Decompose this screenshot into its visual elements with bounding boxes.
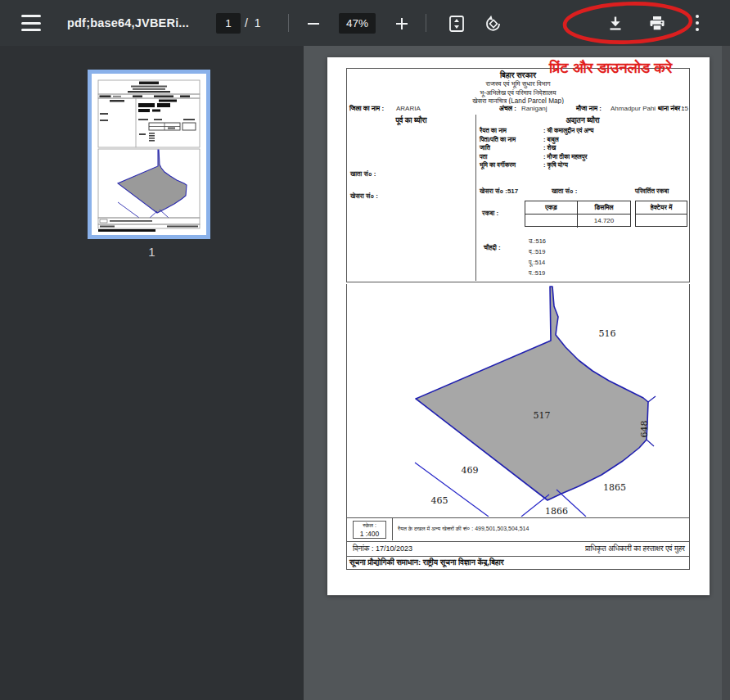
other-khesra-note: रैयत के दखल में अन्य खेसरों की सं० : 499… <box>398 526 529 532</box>
rotate-counterclockwise-icon <box>484 14 503 34</box>
document-viewport: प्रिंट और डाउनलोड करे बिहार सरकार राजस्व… <box>304 46 722 700</box>
previous-details-title: पूर्व का ब्यौरा <box>347 116 475 125</box>
minus-icon <box>304 14 323 34</box>
it-solution-footer: सूचना प्रौद्योगिकी समाधान: राष्ट्रीय सूच… <box>346 557 690 570</box>
annotation-print-download-text: प्रिंट और डाउनलोड करे <box>549 59 713 77</box>
area-table: एकड़ डिसमिल 14.720 <box>525 201 631 227</box>
date-value: दिनांक : 17/10/2023 <box>353 544 412 553</box>
mauja-label: मौजा नाम : <box>576 104 602 114</box>
scale-cell: स्केल : 1 :400 <box>353 521 386 539</box>
download-icon <box>606 15 624 33</box>
boundary-tick <box>648 396 656 402</box>
prev-khata-label: खाता सं० : <box>350 170 376 178</box>
current-khesra: खेसरा सं० :517 <box>480 187 518 196</box>
page-thumbnail[interactable] <box>88 70 210 239</box>
rotate-button[interactable] <box>484 14 503 34</box>
doc-dept-line: राजस्व एवं भूमि सुधार विभाग <box>347 80 689 89</box>
boundary-east: पू.:514 <box>529 257 545 268</box>
rakba-label: रकबा : <box>482 210 498 218</box>
raiyat-name-value: : श्री कमालुद्दीन एवं अन्य <box>543 127 593 136</box>
district-label: जिला का नाम : <box>349 104 384 114</box>
pdf-page: बिहार सरकार राजस्व एवं भूमि सुधार विभाग … <box>327 57 710 595</box>
toolbar-divider <box>288 14 289 32</box>
print-button[interactable] <box>647 14 667 34</box>
caste-value: : शेख <box>543 144 556 153</box>
doc-info-row: जिला का नाम : ARARIA अंचल : Raniganj मौज… <box>346 104 690 115</box>
scale-value: 1 :400 <box>354 530 385 538</box>
doc-details-section: पूर्व का ब्यौरा अद्यतन ब्यौरा खाता सं० :… <box>346 115 690 282</box>
column-divider <box>475 115 476 281</box>
scale-divider <box>392 518 393 540</box>
area-header-decimal: डिसमिल <box>578 201 630 215</box>
scale-row: स्केल : 1 :400 रैयत के दखल में अन्य खेसर… <box>346 518 690 542</box>
scale-label: स्केल : <box>354 522 385 529</box>
chauhaddi-label: चौहद्दी : <box>484 244 501 252</box>
land-class-label: भूमि का वर्गीकरण <box>480 161 543 170</box>
parcel-label-516: 516 <box>599 328 616 339</box>
printer-icon <box>648 15 666 33</box>
area-value-decimal: 14.720 <box>578 215 630 228</box>
hamburger-icon <box>21 15 41 17</box>
page-number-input[interactable] <box>216 13 241 34</box>
zoom-level: 47% <box>339 13 376 34</box>
district-value: ARARIA <box>396 104 421 114</box>
boundary-tick <box>647 440 654 446</box>
plus-icon <box>392 14 412 34</box>
menu-button[interactable] <box>20 14 43 32</box>
prev-khesra-label: खेसरा सं० : <box>350 192 378 201</box>
parcel-label-1865: 1865 <box>603 482 626 493</box>
area-header-hectare: हेक्टेयर में <box>636 201 687 215</box>
current-khata-label: खाता सं० : <box>552 187 577 196</box>
document-title: pdf;base64,JVBERi... <box>67 0 189 46</box>
land-class-value: : कृषि योग्य <box>543 161 568 170</box>
toolbar-divider <box>426 14 426 32</box>
download-button[interactable] <box>606 14 625 34</box>
doc-directorate-line: भू-अभिलेख एवं परिमाप निदेशालय <box>347 89 689 98</box>
thumbnail-preview <box>92 74 206 235</box>
anchal-value: Raniganj <box>521 104 548 114</box>
parivartit-rakba-label: परिवर्तित रकबा <box>635 187 669 196</box>
hectare-box: हेक्टेयर में <box>635 201 687 227</box>
parcel-map: 516 517 469 465 1865 1866 648 <box>346 284 690 518</box>
fit-to-page-button[interactable] <box>447 14 466 34</box>
zoom-out-button[interactable] <box>304 14 323 34</box>
thana-value: 15 <box>681 104 688 114</box>
parcel-label-648: 648 <box>639 421 650 438</box>
address-value: : मौजा ठीका महलपुर <box>543 153 588 162</box>
page-count-label: / 1 <box>245 0 263 46</box>
vertical-scrollbar[interactable] <box>722 46 730 700</box>
fit-to-page-icon <box>448 15 466 33</box>
raiyat-name-label: रैयत का नाम <box>480 127 543 136</box>
pdf-toolbar: pdf;base64,JVBERi... / 1 47% <box>0 0 730 46</box>
zoom-in-button[interactable] <box>392 14 412 34</box>
thumbnail-panel: 1 <box>0 46 304 700</box>
boundary-west: प.:519 <box>529 268 545 278</box>
father-name-label: पिता/पति का नाम <box>480 136 543 145</box>
caste-label: जाति <box>480 144 543 153</box>
area-value-acre <box>525 215 578 228</box>
pdf-viewer-window: pdf;base64,JVBERi... / 1 47% <box>0 0 730 700</box>
boundary-south: द.:519 <box>529 246 545 257</box>
officer-signature-label: प्राधिकृत अधिकारी का हस्ताक्षर एवं मुहर <box>585 544 685 553</box>
anchal-label: अंचल : <box>499 104 516 114</box>
three-dots-vertical-icon <box>695 13 700 33</box>
parcel-label-1866: 1866 <box>545 506 568 517</box>
red-circle-annotation <box>560 1 696 45</box>
raiyat-fields: रैयत का नाम: श्री कमालुद्दीन एवं अन्य पि… <box>480 127 593 170</box>
mauja-value: Ahmadpur Pahi <box>611 104 656 114</box>
parcel-label-465: 465 <box>431 495 448 506</box>
parcel-517-polygon <box>416 287 648 500</box>
more-options-button[interactable] <box>689 12 705 34</box>
father-name-value: : बाबुल <box>543 136 559 145</box>
parcel-label-469: 469 <box>462 465 479 476</box>
date-signature-row: दिनांक : 17/10/2023 प्राधिकृत अधिकारी का… <box>346 542 690 557</box>
area-header-acre: एकड़ <box>525 201 578 215</box>
boundary-north: उ.:516 <box>529 236 546 246</box>
thumbnail-page-number: 1 <box>0 245 304 259</box>
address-label: पता <box>480 153 543 162</box>
parcel-map-svg: 516 517 469 465 1865 1866 648 <box>347 284 689 517</box>
parcel-label-517: 517 <box>534 410 551 421</box>
current-details-title: अद्यतन ब्यौरा <box>475 116 690 125</box>
